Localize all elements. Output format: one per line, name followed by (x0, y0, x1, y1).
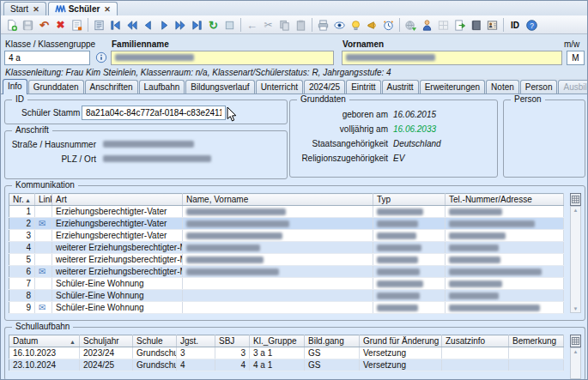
save-icon[interactable] (20, 17, 36, 33)
pause-icon[interactable] (221, 17, 238, 33)
edit-data-icon[interactable] (69, 17, 85, 33)
column-header-bemerkung[interactable]: Bemerkung (509, 335, 564, 347)
info-icon[interactable] (95, 51, 107, 65)
klassenleitung-info: Klassenleitung: Frau Kim Steinlein, Klas… (5, 68, 391, 77)
back-icon[interactable]: ← (244, 17, 260, 33)
tab-schueler[interactable]: Schüler ✕ (48, 2, 118, 15)
kommunikation-row[interactable]: 3Erziehungsberechtigter-Vater (9, 230, 564, 242)
page-tab-laufbahn[interactable]: Laufbahn (139, 80, 185, 93)
kommunikation-scrollbar[interactable]: ▲ ▼ (570, 206, 581, 313)
column-header-typ[interactable]: Typ (373, 194, 446, 206)
vornamen-input[interactable] (342, 51, 562, 65)
id-button[interactable]: ID (506, 17, 524, 33)
kommunikation-row[interactable]: 2✉Erziehungsberechtigter-Vater (9, 218, 564, 230)
page-tab-erweiterungen[interactable]: Erweiterungen (420, 80, 485, 93)
page-tab-person[interactable]: Person (520, 80, 558, 93)
page-tab-anschriften[interactable]: Anschriften (85, 80, 138, 93)
scroll-down-icon[interactable]: ▼ (571, 306, 580, 311)
cell-typ (373, 218, 446, 230)
page-tab-bildungsverlauf[interactable]: Bildungsverlauf (185, 80, 254, 93)
tab-start[interactable]: Start ✕ (3, 2, 46, 15)
column-header-sbj[interactable]: SBJ (215, 335, 250, 347)
page-tab-noten[interactable]: Noten (486, 80, 519, 93)
column-header-grund-f-r-nderung[interactable]: Grund für Änderung (360, 335, 442, 347)
kommunikation-row[interactable]: 9✉Schüler-Eine Wohnung (9, 302, 564, 314)
toolbar-separator (240, 18, 241, 32)
kommunikation-row[interactable]: 7Schüler-Eine Wohnung (9, 278, 564, 290)
photo-icon[interactable] (435, 17, 452, 33)
page-tab-unterricht[interactable]: Unterricht (256, 80, 303, 93)
delete-record-icon[interactable]: ✖ (52, 17, 69, 33)
column-header-jgst[interactable]: Jgst. (177, 335, 215, 347)
schullaufbahn-row[interactable]: 16.10.20232023/24Grundschule...333 a 1GS… (9, 347, 564, 359)
notes-icon[interactable] (91, 17, 107, 33)
web-sync-icon[interactable] (403, 17, 419, 33)
nav-fast-next-icon[interactable] (173, 17, 189, 33)
page-tab-grunddaten[interactable]: Grunddaten (28, 80, 84, 93)
page-tab-eintritt[interactable]: Eintritt (346, 80, 380, 93)
announce-icon[interactable] (364, 17, 380, 33)
column-header-datum[interactable]: Datum▲ (9, 335, 80, 347)
envelope-icon[interactable]: ✉ (39, 267, 45, 276)
cut-icon[interactable]: ✂ (260, 17, 276, 33)
close-icon[interactable]: ✕ (104, 5, 111, 14)
print-icon[interactable] (315, 17, 331, 33)
cell-sbj: 4 (215, 359, 250, 371)
column-header-name-vorname[interactable]: Name, Vorname (183, 194, 373, 206)
refresh-icon[interactable]: ↻ (205, 17, 221, 33)
mw-input[interactable] (567, 51, 585, 65)
column-header-link[interactable]: Link (35, 194, 52, 206)
column-config-icon[interactable] (570, 193, 581, 206)
cell-art: weiterer Erziehungsberechtigter-Mutter (52, 254, 183, 266)
scroll-up-icon[interactable]: ▲ (571, 349, 580, 354)
page-tab-austritt[interactable]: Austritt (382, 80, 419, 93)
copy-icon[interactable] (276, 17, 293, 33)
new-record-icon[interactable] (3, 17, 20, 33)
page-tab-info[interactable]: Info (3, 79, 27, 94)
cell-link: ✉ (35, 218, 52, 230)
paste-icon[interactable] (293, 17, 309, 33)
column-header-kl-gruppe[interactable]: Kl._Gruppe (250, 335, 305, 347)
column-header-schule[interactable]: Schule (133, 335, 177, 347)
page-tab-2024-25[interactable]: 2024/25 (304, 80, 345, 93)
hint-icon[interactable] (348, 17, 364, 33)
nav-last-icon[interactable] (189, 17, 205, 33)
column-header-nr[interactable]: Nr.▲ (9, 194, 35, 206)
familienname-input[interactable] (111, 51, 334, 65)
column-header-art[interactable]: Art (52, 194, 183, 206)
nav-prev-icon[interactable] (140, 17, 156, 33)
student-icon[interactable] (419, 17, 435, 33)
reminder-icon[interactable] (380, 17, 397, 33)
stamm-id-input[interactable] (82, 106, 226, 120)
nav-next-icon[interactable] (156, 17, 173, 33)
close-icon[interactable]: ✕ (33, 5, 39, 14)
page-tab-ausbildung[interactable]: Ausbildung (558, 80, 588, 93)
column-config-icon[interactable] (570, 335, 581, 347)
kommunikation-row[interactable]: 5weiterer Erziehungsberechtigter-Mutter (9, 254, 564, 266)
column-header-zusatzinfo[interactable]: Zusatzinfo (442, 335, 509, 347)
schullaufbahn-scrollbar[interactable]: ▲ (570, 347, 581, 379)
nav-first-icon[interactable] (107, 17, 124, 33)
kommunikation-row[interactable]: 8Schüler-Eine Wohnung (9, 290, 564, 302)
schullaufbahn-row[interactable]: 23.10.20242024/25Grundschule...444 a 1GS… (9, 359, 564, 371)
export-icon[interactable] (452, 17, 468, 33)
help-icon[interactable]: ? (524, 17, 540, 33)
id-card-icon[interactable] (484, 17, 500, 33)
klasse-input[interactable] (4, 51, 90, 65)
kommunikation-row[interactable]: 4weiterer Erziehungsberechtigter-Mutter (9, 242, 564, 254)
preview-icon[interactable] (331, 17, 348, 33)
scroll-up-icon[interactable]: ▲ (571, 208, 580, 213)
cell-datum: 16.10.2023 (9, 347, 80, 359)
archive-icon[interactable] (468, 17, 484, 33)
envelope-icon[interactable]: ✉ (39, 303, 45, 312)
undo-icon[interactable]: ↶ (36, 17, 52, 33)
kommunikation-groupbox-legend: Kommunikation (12, 180, 78, 190)
column-header-tel-nummer-adresse[interactable]: Tel.-Nummer/Adresse (446, 194, 564, 206)
envelope-icon[interactable]: ✉ (39, 219, 45, 228)
column-header-bild-gang[interactable]: Bild.gang (305, 335, 360, 347)
column-header-schuljahr[interactable]: Schuljahr (80, 335, 133, 347)
kommunikation-row[interactable]: 6✉weiterer Erziehungsberechtigter-Mutter (9, 266, 564, 278)
nav-fast-prev-icon[interactable] (124, 17, 140, 33)
redacted-typ (377, 232, 416, 239)
kommunikation-row[interactable]: 1Erziehungsberechtigter-Vater (9, 206, 564, 218)
